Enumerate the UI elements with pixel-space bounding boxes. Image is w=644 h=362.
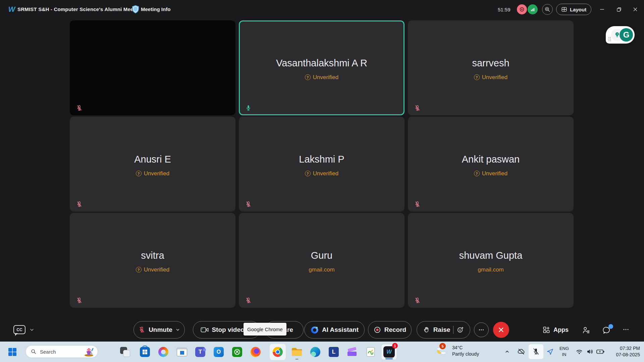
teams-button[interactable]: T	[192, 344, 208, 360]
mic-muted-icon	[76, 105, 83, 112]
grammarly-widget[interactable]: G	[606, 26, 635, 44]
location-tray-icon[interactable]	[545, 346, 555, 357]
xbox-icon	[232, 347, 242, 357]
notepadpp-icon	[367, 347, 375, 357]
copilot-icon	[158, 347, 168, 357]
projector-app-button[interactable]	[174, 344, 190, 360]
participant-tile[interactable]: Anusri E ? Unverified	[70, 117, 235, 212]
chat-button[interactable]	[602, 326, 611, 335]
weather-condition: Partly cloudy	[452, 351, 479, 357]
titlebar: W SRMIST S&H - Computer Science's Alumni…	[0, 0, 644, 19]
task-view-button[interactable]	[117, 344, 133, 360]
participant-tile[interactable]: svitra ? Unverified	[70, 213, 235, 308]
participant-tile-video[interactable]	[70, 20, 235, 115]
outlook-button[interactable]: O	[211, 344, 227, 360]
send-arrow-icon	[546, 348, 554, 356]
xbox-button[interactable]	[229, 344, 245, 360]
connection-quality-icon	[528, 4, 538, 14]
chrome-button[interactable]	[270, 344, 286, 360]
microsoft-store-button[interactable]	[137, 344, 153, 360]
microsoft-store-icon	[140, 347, 150, 357]
zoom-search-button[interactable]	[542, 4, 553, 15]
more-controls-button[interactable]	[622, 326, 630, 333]
zoom-notification-badge: 1	[392, 343, 398, 349]
unverified-badge: ? Unverified	[70, 170, 235, 177]
time-label: 07:32 PM	[608, 345, 640, 352]
participant-name: svitra	[70, 250, 235, 261]
record-button[interactable]: Record	[368, 321, 412, 339]
start-button[interactable]	[5, 344, 20, 360]
zoom-meeting-window: W SRMIST S&H - Computer Science's Alumni…	[0, 0, 644, 342]
edge-button[interactable]	[307, 344, 323, 360]
restore-button[interactable]	[612, 3, 625, 15]
search-input[interactable]: Search	[25, 345, 98, 358]
firefox-icon	[251, 347, 261, 357]
wifi-icon	[575, 348, 583, 356]
notepadpp-button[interactable]	[363, 344, 379, 360]
teams-icon: T	[195, 347, 205, 357]
firefox-button[interactable]	[248, 344, 264, 360]
participant-name: sarrvesh	[408, 58, 574, 69]
news-badge: 5	[439, 343, 446, 349]
search-icon	[31, 349, 37, 355]
raise-hand-button[interactable]: Raise	[417, 321, 470, 339]
question-icon: ?	[474, 171, 480, 176]
chrome-icon	[273, 347, 283, 357]
language-switcher[interactable]: ENG IN	[557, 346, 572, 358]
participant-tile[interactable]: shuvam Gupta gmail.com	[408, 213, 574, 308]
drag-handle-icon[interactable]	[608, 37, 611, 41]
meeting-info-button[interactable]: Meeting Info	[141, 6, 170, 12]
participants-button[interactable]	[582, 326, 591, 335]
weather-widget[interactable]: 5 34°C Partly cloudy	[435, 344, 479, 358]
battery-charging-icon	[596, 348, 605, 356]
participant-tile[interactable]: Lakshmi P ? Unverified	[239, 117, 405, 212]
apps-grid-icon	[542, 326, 550, 334]
windows-logo-icon	[8, 347, 17, 357]
outlook-icon: O	[214, 347, 224, 357]
participant-name: Vasanthalakshmi A R	[239, 58, 405, 69]
participant-tile-active-speaker[interactable]: Vasanthalakshmi A R ? Unverified	[239, 20, 405, 115]
volume-tray-icon[interactable]	[585, 347, 595, 357]
l-app-button[interactable]: L	[326, 344, 342, 360]
battery-tray-icon[interactable]	[595, 347, 605, 357]
camera-icon	[201, 326, 209, 334]
clipchamp-button[interactable]	[344, 344, 360, 360]
participant-tile[interactable]: sarrvesh ? Unverified	[408, 20, 574, 115]
layout-button[interactable]: Layout	[556, 4, 591, 15]
record-icon	[373, 326, 381, 334]
grammarly-logo[interactable]: G	[620, 28, 633, 42]
participant-tile[interactable]: Guru gmail.com	[239, 213, 405, 308]
file-explorer-button[interactable]	[289, 344, 305, 360]
divider	[453, 326, 453, 334]
zoom-app-icon: W 1	[381, 344, 397, 360]
close-x-icon	[498, 326, 504, 333]
captions-button[interactable]: CC	[13, 325, 25, 334]
minimize-button[interactable]	[596, 3, 608, 15]
email-domain-label: gmail.com	[408, 266, 574, 273]
copilot-button[interactable]	[155, 344, 171, 360]
captions-chevron-icon[interactable]	[29, 327, 35, 333]
reactions-smiley-icon[interactable]	[457, 326, 464, 334]
onedrive-tray-button[interactable]	[516, 346, 527, 357]
layout-grid-icon	[561, 6, 567, 12]
wifi-tray-icon[interactable]	[574, 347, 584, 357]
clock[interactable]: 07:32 PM 07-08-2025	[608, 345, 640, 358]
unmute-button[interactable]: Unmute	[133, 321, 185, 339]
search-highlight-flowerpot-icon	[83, 347, 95, 357]
l-app-icon: L	[329, 347, 339, 357]
leave-meeting-button[interactable]	[493, 322, 509, 338]
zoom-app-button[interactable]: W 1	[381, 344, 397, 360]
more-options-button[interactable]	[474, 322, 489, 337]
unverified-badge: ? Unverified	[408, 170, 574, 177]
close-button[interactable]	[629, 3, 642, 15]
mic-muted-tray-button[interactable]	[529, 344, 543, 359]
meeting-timer: 51:59	[498, 7, 511, 12]
mic-muted-icon	[76, 201, 83, 208]
apps-button[interactable]: Apps	[542, 326, 569, 334]
tray-chevron-button[interactable]	[502, 347, 512, 356]
weather-temp: 34°C	[452, 345, 479, 351]
onedrive-paused-icon	[517, 347, 526, 356]
ai-assistant-button[interactable]: AI Assistant	[304, 321, 365, 339]
participant-tile[interactable]: Ankit paswan ? Unverified	[408, 117, 574, 212]
speaker-icon	[586, 348, 594, 356]
